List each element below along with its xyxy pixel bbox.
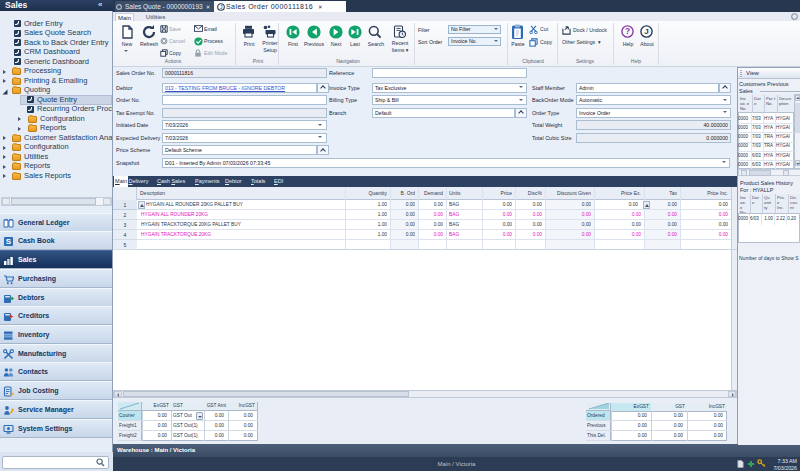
svg-text:?: ? — [625, 26, 630, 36]
svg-text:S: S — [6, 238, 12, 247]
svg-text:J: J — [644, 27, 648, 36]
svg-text:J: J — [220, 4, 223, 10]
